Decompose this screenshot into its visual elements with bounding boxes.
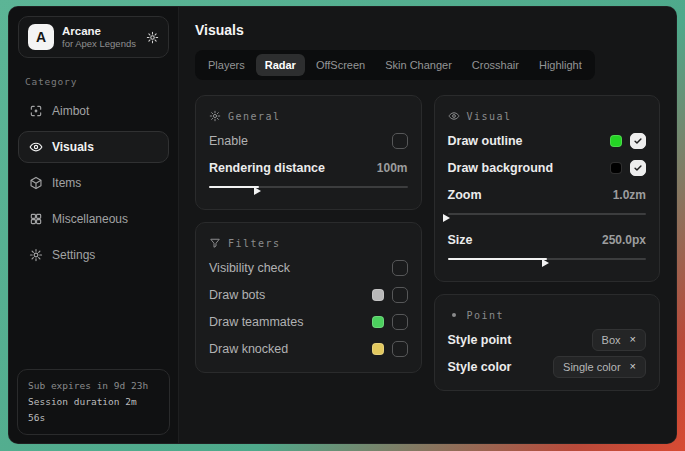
eye-icon: [448, 110, 460, 122]
setting-label: Style point: [448, 333, 512, 347]
scan-icon: [29, 104, 43, 118]
app-name: Arcane: [62, 24, 136, 38]
app-header: A Arcane for Apex Legends: [18, 16, 169, 58]
sidebar-item-aimbot[interactable]: Aimbot: [18, 95, 169, 127]
color-swatch[interactable]: [610, 162, 622, 174]
setting-row-draw-bots: Draw bots: [209, 281, 408, 308]
sidebar-item-label: Aimbot: [52, 104, 89, 118]
check-icon: [633, 136, 643, 146]
draw-bots-checkbox[interactable]: [392, 287, 408, 303]
sidebar-item-label: Settings: [52, 248, 95, 262]
app-subtitle: for Apex Legends: [62, 38, 136, 50]
tab-offscreen[interactable]: OffScreen: [307, 54, 374, 76]
panel-title: Point: [467, 310, 505, 321]
setting-label: Draw teammates: [209, 315, 303, 329]
sidebar-item-visuals[interactable]: Visuals: [18, 131, 169, 163]
setting-row-enable: Enable: [209, 127, 408, 154]
setting-label: Enable: [209, 134, 248, 148]
gear-icon: [29, 248, 43, 262]
app-logo: A: [28, 24, 54, 50]
setting-row-visibility-check: Visibility check: [209, 254, 408, 281]
visual-panel: Visual Draw outline Draw background: [434, 95, 661, 282]
tab-radar[interactable]: Radar: [256, 54, 305, 76]
eye-icon: [29, 140, 43, 154]
sidebar-item-items[interactable]: Items: [18, 167, 169, 199]
tab-highlight[interactable]: Highlight: [530, 54, 591, 76]
sidebar-item-settings[interactable]: Settings: [18, 239, 169, 271]
setting-row-rendering-distance: Rendering distance 100m: [209, 154, 408, 181]
close-icon[interactable]: ×: [630, 361, 636, 372]
general-panel: General Enable Rendering distance 100m: [195, 95, 422, 210]
gear-icon: [209, 110, 221, 122]
tab-skin-changer[interactable]: Skin Changer: [376, 54, 461, 76]
setting-value: 100m: [377, 161, 408, 175]
style-color-tag[interactable]: Single color ×: [553, 356, 646, 378]
setting-row-size: Size 250.0px: [448, 226, 647, 253]
color-swatch[interactable]: [372, 316, 384, 328]
draw-background-checkbox[interactable]: [630, 160, 646, 176]
sidebar: A Arcane for Apex Legends Category Aimbo: [9, 7, 179, 443]
check-icon: [633, 163, 643, 173]
filters-panel: Filters Visibility check Draw bots: [195, 222, 422, 373]
setting-label: Visibility check: [209, 261, 290, 275]
panel-title: General: [228, 111, 281, 122]
rendering-distance-slider[interactable]: [209, 182, 408, 192]
sidebar-item-label: Items: [52, 176, 81, 190]
panel-title: Filters: [228, 238, 281, 249]
cube-icon: [29, 176, 43, 190]
main-panel: Visuals Players Radar OffScreen Skin Cha…: [179, 7, 676, 443]
funnel-icon: [209, 237, 221, 249]
app-window: A Arcane for Apex Legends Category Aimbo: [8, 6, 677, 444]
draw-knocked-checkbox[interactable]: [392, 341, 408, 357]
tab-crosshair[interactable]: Crosshair: [463, 54, 528, 76]
tab-bar: Players Radar OffScreen Skin Changer Cro…: [195, 50, 595, 80]
setting-value: 1.0zm: [613, 188, 646, 202]
setting-label: Size: [448, 233, 473, 247]
slider-thumb[interactable]: [254, 187, 261, 195]
point-panel: Point Style point Box × Style color Sing…: [434, 294, 661, 391]
zoom-slider[interactable]: [448, 209, 647, 219]
enable-checkbox[interactable]: [392, 133, 408, 149]
setting-row-draw-background: Draw background: [448, 154, 647, 181]
setting-label: Draw background: [448, 161, 554, 175]
content-area: General Enable Rendering distance 100m: [195, 95, 660, 391]
size-slider[interactable]: [448, 254, 647, 264]
tag-label: Box: [602, 334, 621, 346]
slider-thumb[interactable]: [542, 259, 549, 267]
draw-outline-checkbox[interactable]: [630, 133, 646, 149]
setting-row-draw-knocked: Draw knocked: [209, 335, 408, 362]
setting-label: Draw knocked: [209, 342, 288, 356]
color-swatch[interactable]: [372, 343, 384, 355]
color-swatch[interactable]: [372, 289, 384, 301]
setting-value: 250.0px: [602, 233, 646, 247]
draw-teammates-checkbox[interactable]: [392, 314, 408, 330]
setting-row-zoom: Zoom 1.0zm: [448, 181, 647, 208]
setting-label: Draw outline: [448, 134, 523, 148]
setting-label: Rendering distance: [209, 161, 325, 175]
close-icon[interactable]: ×: [630, 334, 636, 345]
setting-row-draw-outline: Draw outline: [448, 127, 647, 154]
tag-label: Single color: [563, 361, 620, 373]
gear-icon[interactable]: [146, 31, 159, 44]
sidebar-item-miscellaneous[interactable]: Miscellaneous: [18, 203, 169, 235]
category-label: Category: [25, 76, 162, 87]
setting-row-style-color: Style color Single color ×: [448, 353, 647, 380]
subscription-info: Sub expires in 9d 23h Session duration 2…: [17, 369, 170, 435]
session-duration-text: Session duration 2m 56s: [28, 394, 159, 426]
setting-row-style-point: Style point Box ×: [448, 326, 647, 353]
page-title: Visuals: [195, 22, 660, 38]
setting-row-draw-teammates: Draw teammates: [209, 308, 408, 335]
tab-players[interactable]: Players: [199, 54, 254, 76]
visibility-check-checkbox[interactable]: [392, 260, 408, 276]
sidebar-item-label: Visuals: [52, 140, 94, 154]
slider-thumb[interactable]: [443, 214, 450, 222]
panel-title: Visual: [467, 111, 512, 122]
dot-icon: [448, 309, 460, 321]
sub-expires-text: Sub expires in 9d 23h: [28, 378, 159, 394]
setting-label: Draw bots: [209, 288, 265, 302]
setting-label: Style color: [448, 360, 512, 374]
color-swatch[interactable]: [610, 135, 622, 147]
grid-icon: [29, 212, 43, 226]
style-point-tag[interactable]: Box ×: [592, 329, 646, 351]
setting-label: Zoom: [448, 188, 482, 202]
